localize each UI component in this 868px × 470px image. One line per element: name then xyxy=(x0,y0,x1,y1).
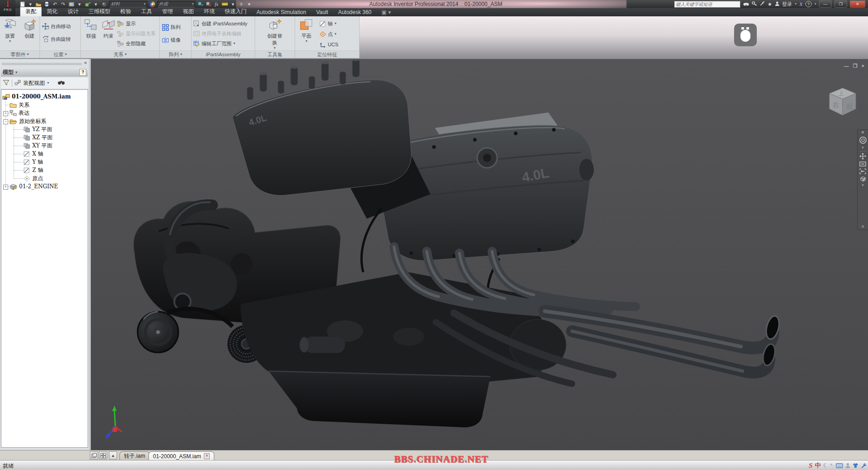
plane-button[interactable]: 平面▾ xyxy=(297,18,316,43)
point-button[interactable]: 点▾ xyxy=(320,29,338,39)
browser-view-mode[interactable]: 装配视图 xyxy=(23,79,45,87)
ribbon-tab-inspect[interactable]: 检验 xyxy=(115,7,136,16)
group-label-relationships[interactable]: 关系▾ xyxy=(81,50,159,58)
tree-item-y-axis[interactable]: Y 轴 xyxy=(23,158,43,166)
doc-tab-asm[interactable]: 01-20000_ASM.iam ✕ xyxy=(148,451,214,460)
fullwidth-moon-icon[interactable]: ☾ xyxy=(823,462,828,469)
tree-item-xz-plane[interactable]: XZ 平面 xyxy=(23,133,53,142)
place-button[interactable]: 放置▾ xyxy=(0,18,20,43)
ucs-button[interactable]: UCS xyxy=(320,40,338,49)
hide-all-relationships-button[interactable]: 全部隐藏 xyxy=(117,39,156,48)
pattern-button[interactable]: 阵列 xyxy=(162,23,181,32)
undo-icon[interactable]: ↶ xyxy=(52,1,58,7)
group-label-pattern[interactable]: 阵列▾ xyxy=(160,50,191,58)
open-file-icon[interactable] xyxy=(35,1,42,7)
ribbon-tab-design[interactable]: 设计 xyxy=(63,7,84,16)
restore-button[interactable]: ❐ xyxy=(834,0,847,8)
doc-minimize-icon[interactable]: — xyxy=(844,64,849,69)
look-at-face-icon[interactable] xyxy=(859,176,866,182)
inventor-logo[interactable]: I PRO xyxy=(0,0,15,16)
subscription-key-icon[interactable] xyxy=(752,1,757,7)
create-substitute-button[interactable]: 创建替换▾ xyxy=(265,18,284,50)
help-icon[interactable]: ? xyxy=(805,1,812,7)
free-rotate-button[interactable]: 自由旋转 xyxy=(42,34,71,44)
doc-tab-rotor[interactable]: 转子.iam xyxy=(119,451,150,460)
expander-origin[interactable]: − xyxy=(3,119,8,124)
update-icon[interactable] xyxy=(84,1,91,7)
navigation-wheel-icon[interactable] xyxy=(859,136,867,144)
ribbon-display-toggle[interactable]: ▣ ▾ xyxy=(376,9,396,16)
ribbon-tab-simplify[interactable]: 简化 xyxy=(42,7,63,16)
ribbon-tab-manage[interactable]: 管理 xyxy=(157,7,178,16)
tree-item-xy-plane[interactable]: XY 平面 xyxy=(23,142,52,150)
group-label-workfeatures[interactable]: 定位特征 xyxy=(295,50,359,58)
create-button[interactable]: 创建 xyxy=(20,18,39,39)
tile-windows-button[interactable] xyxy=(99,451,107,460)
material-combo[interactable]: 材料▾ xyxy=(109,1,147,8)
zoom-window-icon[interactable] xyxy=(859,161,866,167)
sign-in-label[interactable]: 登录 xyxy=(782,1,792,7)
iproperties-icon[interactable] xyxy=(68,1,74,7)
sign-in-person-icon[interactable] xyxy=(775,1,779,7)
filter-icon[interactable] xyxy=(3,79,10,87)
group-label-toolset[interactable]: 工具集 xyxy=(255,50,295,58)
expander-representations[interactable]: + xyxy=(3,111,8,116)
cascade-windows-button[interactable] xyxy=(90,451,98,460)
joint-button[interactable]: 联接 xyxy=(82,18,101,39)
chinese-mode-icon[interactable]: 中 xyxy=(815,461,821,470)
find-binoculars-icon[interactable] xyxy=(58,80,65,86)
tree-item-origin-folder[interactable]: 原始坐标系 xyxy=(10,117,46,125)
redo-icon[interactable]: ↷ xyxy=(60,1,66,7)
group-label-position[interactable]: 位置▾ xyxy=(40,50,80,58)
ribbon-tab-3dmodel[interactable]: 三维模型 xyxy=(84,7,115,16)
sogou-logo-icon[interactable]: S xyxy=(809,462,813,470)
parameters-fx-icon[interactable]: fx xyxy=(213,1,220,7)
show-relationships-button[interactable]: 显示 xyxy=(117,19,156,28)
constrain-button[interactable]: 约束 xyxy=(99,18,118,39)
expander-engine[interactable]: + xyxy=(3,185,8,190)
exchange-apps-icon[interactable]: X xyxy=(799,1,803,7)
ribbon-tab-view[interactable]: 视图 xyxy=(178,7,199,16)
ribbon-tab-getstarted[interactable]: 快速入门 xyxy=(220,7,252,16)
create-ipart-button[interactable]: 创建 iPart/iAssembly xyxy=(193,19,247,28)
tree-item-root[interactable]: 01-20000_ASM.iam xyxy=(2,93,71,101)
ribbon-tab-a360[interactable]: Autodesk 360 xyxy=(333,9,376,16)
ribbon-tab-assemble[interactable]: 装配 xyxy=(20,7,42,16)
close-button[interactable]: ✕ xyxy=(850,0,865,8)
favorites-star-icon[interactable]: ★ xyxy=(768,1,772,7)
zoom-fit-icon[interactable] xyxy=(859,168,866,174)
viewport-canvas[interactable]: 4.0L 4.0L xyxy=(91,59,868,450)
browser-header[interactable]: 模型 ▾ ? xyxy=(1,68,88,77)
ribbon-tab-tools[interactable]: 工具 xyxy=(136,7,157,16)
tab-scroll-up-button[interactable]: ▲ xyxy=(109,451,117,460)
browser-grip[interactable]: ✕ xyxy=(0,61,89,68)
appearance-combo[interactable]: 外观▾ xyxy=(157,1,195,8)
group-label-components[interactable]: 零部件▾ xyxy=(0,50,39,58)
toolbox-wrench-icon[interactable] xyxy=(861,463,866,468)
engine-model[interactable]: 4.0L 4.0L xyxy=(91,59,868,450)
ribbon-tab-simulation[interactable]: Autodesk Simulation xyxy=(252,9,311,16)
axis-button[interactable]: 轴▾ xyxy=(320,19,338,28)
browser-close-icon[interactable]: ✕ xyxy=(84,61,87,65)
minimize-button[interactable]: — xyxy=(819,0,832,8)
show-sick-relationships-button[interactable]: 显示问题关系 xyxy=(117,29,156,38)
tree-item-engine[interactable]: 01-2_ENGINE xyxy=(10,182,58,191)
render-sphere-icon[interactable] xyxy=(101,1,107,7)
punctuation-icon[interactable]: °· xyxy=(830,463,833,468)
browser-help-icon[interactable]: ? xyxy=(79,69,86,76)
tab-close-icon[interactable]: ✕ xyxy=(204,453,210,459)
customize-qat-icon[interactable]: ✚ xyxy=(238,1,244,7)
new-file-icon[interactable] xyxy=(19,1,25,7)
soft-keyboard-icon[interactable] xyxy=(836,463,843,468)
color-wheel-icon[interactable] xyxy=(149,1,155,7)
navbar-close-icon[interactable]: ✕ xyxy=(861,131,865,135)
measure-icon[interactable] xyxy=(222,1,228,7)
free-move-button[interactable]: 自由移动 xyxy=(42,22,71,31)
save-icon[interactable] xyxy=(44,1,50,7)
tree-item-z-axis[interactable]: Z 轴 xyxy=(23,166,43,174)
tree-item-representations[interactable]: 表达 xyxy=(10,109,30,117)
user-lexicon-icon[interactable] xyxy=(845,463,850,468)
tree-item-x-axis[interactable]: X 轴 xyxy=(23,150,43,158)
view-cube[interactable]: 上 右 后 xyxy=(825,85,860,120)
tree-item-yz-plane[interactable]: YZ 平面 xyxy=(23,125,52,133)
